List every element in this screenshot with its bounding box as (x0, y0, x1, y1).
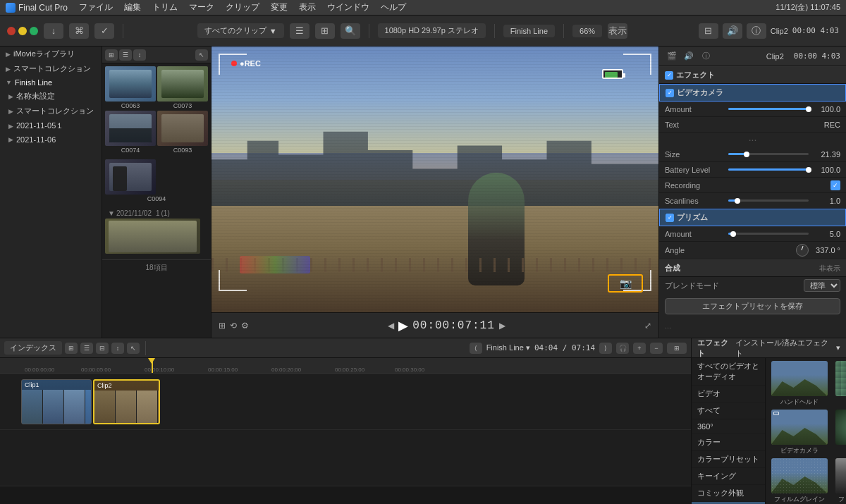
slider-thumb[interactable] (806, 167, 811, 173)
timeline-view-btn1[interactable]: ⊞ (65, 343, 78, 354)
timeline-view-btn3[interactable]: ⊟ (96, 343, 109, 354)
browser-view-btn[interactable]: ⊞ (105, 49, 118, 61)
fullscreen-btn[interactable]: ⤢ (644, 321, 651, 331)
category-360[interactable]: 360° (692, 419, 765, 434)
clip-item-c0063[interactable]: C0063 (105, 66, 156, 109)
view-grid-btn[interactable]: ⊞ (315, 23, 335, 39)
date-section-title[interactable]: ▼ 2021/11/02 1 (1) (105, 208, 208, 219)
menu-edit[interactable]: 編集 (124, 1, 141, 13)
effects-section-header[interactable]: ✓ エフェクト (659, 66, 846, 84)
clip-item-c0074[interactable]: C0074 (105, 111, 156, 154)
minimize-button[interactable] (18, 27, 27, 35)
category-keying[interactable]: キーイング (692, 468, 765, 485)
sidebar-item-unnamed[interactable]: ▶ 名称未設定 (0, 89, 102, 104)
menu-clip[interactable]: クリップ (226, 1, 259, 13)
text-input[interactable] (728, 121, 840, 129)
app-name[interactable]: Final Cut Pro (18, 3, 68, 13)
slider-thumb[interactable] (730, 231, 736, 237)
play-btn[interactable]: ▶ (398, 318, 408, 333)
video-camera-section-header[interactable]: ✓ ビデオカメラ (659, 84, 846, 102)
menu-trim[interactable]: トリム (152, 1, 178, 13)
effects-checkbox[interactable]: ✓ (665, 71, 673, 80)
menu-modify[interactable]: 変更 (271, 1, 288, 13)
effect-thumb-filmnoir[interactable]: フィルムノアール (833, 458, 846, 504)
browser-list-btn[interactable]: ☰ (119, 49, 132, 61)
clip-item-c0093[interactable]: C0093 (157, 111, 208, 154)
inspector-tab-video[interactable]: 🎬 (665, 51, 679, 62)
category-all-video-audio[interactable]: すべてのビデオとオーディオ (692, 358, 765, 386)
hide-btn[interactable]: 非表示 (819, 264, 840, 273)
inspector-tab-audio[interactable]: 🔊 (682, 51, 696, 62)
effect-thumb-handheld[interactable]: ハンドヘルド (768, 361, 830, 407)
slider-thumb[interactable] (735, 198, 740, 204)
browser-sort-btn[interactable]: ↕ (133, 49, 146, 61)
sidebar-item-smart-collection[interactable]: ▶ スマートコレクション (0, 61, 102, 76)
timeline-view-btn4[interactable]: ↕ (111, 343, 124, 354)
effect-thumb-videocamera[interactable]: ビデオカメラ (768, 410, 830, 455)
timeline-view-btn2[interactable]: ☰ (80, 343, 93, 354)
transform-btn[interactable]: ⟲ (230, 321, 237, 331)
category-video[interactable]: ビデオ (692, 386, 765, 402)
sidebar-item-date1[interactable]: ▶ 2021-11-05１ (0, 118, 102, 133)
timeline-name[interactable]: Finish Line ▾ (486, 343, 530, 352)
slider-track[interactable] (728, 199, 809, 202)
blend-mode-select[interactable]: 標準 (804, 279, 840, 292)
headphone-btn[interactable]: 🎧 (616, 343, 629, 354)
menu-view[interactable]: 表示 (299, 1, 316, 13)
sidebar-item-smart2[interactable]: ▶ スマートコレクション (0, 104, 102, 118)
effect-thumb-vignette[interactable]: ビネット (833, 410, 846, 455)
category-color-preset[interactable]: カラープリセット (692, 451, 765, 468)
sidebar-item-date2[interactable]: ▶ 2021-11-06 (0, 133, 102, 146)
menu-file[interactable]: ファイル (79, 1, 113, 13)
inspector-btn[interactable]: 🔊 (723, 23, 742, 39)
clip-selector[interactable]: すべてのクリップ ▼ (197, 23, 284, 38)
clip-item-c0073[interactable]: C0073 (157, 66, 208, 109)
clip-item-date[interactable] (105, 219, 208, 257)
timeline-tab-index[interactable]: インデックス (4, 341, 62, 355)
save-preset-btn[interactable]: エフェクトプリセットを保存 (665, 298, 840, 314)
timeline-fit-btn[interactable]: ⊞ (667, 343, 687, 354)
menu-help[interactable]: ヘルプ (381, 1, 406, 13)
search-btn[interactable]: 🔍 (341, 23, 360, 39)
effect-thumb-filmgrain[interactable]: フィルムグレイン (768, 458, 830, 504)
prev-frame-btn[interactable]: ◀ (388, 321, 394, 331)
display-btn[interactable]: 表示 (608, 23, 627, 39)
prism-checkbox[interactable]: ✓ (666, 214, 674, 222)
recording-checkbox[interactable]: ✓ (830, 180, 840, 190)
aspect-ratio-btn[interactable]: ⊞ (219, 321, 226, 331)
slider-track[interactable] (728, 233, 809, 235)
category-all[interactable]: すべて (692, 402, 765, 419)
timeline-zoom-out[interactable]: − (650, 343, 663, 354)
check-button[interactable]: ✓ (94, 23, 114, 39)
blend-section-header[interactable]: 合成 非表示 (659, 259, 846, 277)
slider-thumb[interactable] (744, 152, 749, 157)
cursor-tool[interactable]: ↖ (127, 343, 140, 354)
cmd-button[interactable]: ⌘ (69, 23, 89, 39)
inspector-tab-info[interactable]: ⓘ (699, 51, 713, 62)
video-camera-checkbox[interactable]: ✓ (666, 89, 674, 97)
slider-thumb[interactable] (806, 106, 811, 112)
category-comic[interactable]: コミック外観 (692, 485, 765, 502)
back-button[interactable]: ↓ (44, 23, 63, 39)
angle-circle[interactable] (796, 244, 809, 257)
timeline-back-btn[interactable]: ⟨ (470, 343, 482, 354)
slider-track[interactable] (728, 108, 809, 110)
sidebar-item-imovie[interactable]: ▶ iMovieライブラリ (0, 47, 102, 61)
info-btn[interactable]: ⓘ (747, 23, 766, 39)
sequence-name[interactable]: Finish Line (503, 25, 555, 37)
cursor-btn[interactable]: ↖ (195, 49, 208, 61)
clip-single-c0094[interactable]: C0094 (102, 156, 211, 205)
close-button[interactable] (7, 27, 16, 35)
clip-block-1[interactable]: Clip1 (21, 379, 92, 424)
menu-window[interactable]: ウインドウ (327, 1, 369, 13)
timeline-fwd-btn[interactable]: ⟩ (599, 343, 612, 354)
slider-track[interactable] (728, 168, 809, 171)
maximize-button[interactable] (30, 27, 38, 35)
clip-block-2[interactable]: Clip2 (93, 379, 160, 424)
next-frame-btn[interactable]: ▶ (499, 321, 505, 331)
sidebar-item-finish-line[interactable]: ▼ Finish Line (0, 76, 102, 89)
playhead[interactable] (152, 358, 153, 373)
timeline-zoom-in[interactable]: + (633, 343, 646, 354)
menu-mark[interactable]: マーク (189, 1, 214, 13)
slider-track[interactable] (728, 153, 809, 155)
